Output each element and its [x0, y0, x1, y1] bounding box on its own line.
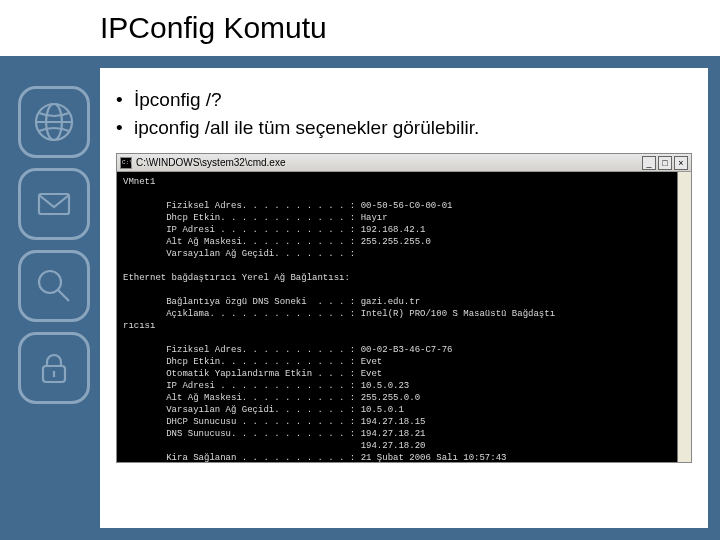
lock-icon — [18, 332, 90, 404]
cmd-output: VMnet1 Fiziksel Adres. . . . . . . . . .… — [117, 172, 691, 462]
bullet-dot-icon: • — [116, 114, 134, 142]
minimize-button[interactable]: _ — [642, 156, 656, 170]
bullet-text: İpconfig /? — [134, 86, 222, 114]
cmd-text: VMnet1 Fiziksel Adres. . . . . . . . . .… — [123, 177, 555, 462]
scrollbar[interactable] — [677, 172, 691, 462]
content-panel: • İpconfig /? • ipconfig /all ile tüm se… — [100, 68, 708, 528]
slide-title: IPConfig Komutu — [100, 11, 327, 45]
maximize-button[interactable]: □ — [658, 156, 672, 170]
bullet-dot-icon: • — [116, 86, 134, 114]
cmd-window: C:\WINDOWS\system32\cmd.exe _ □ × VMnet1… — [116, 153, 692, 463]
bullet-list: • İpconfig /? • ipconfig /all ile tüm se… — [116, 86, 692, 141]
svg-rect-3 — [39, 194, 69, 214]
main-area: • İpconfig /? • ipconfig /all ile tüm se… — [0, 56, 720, 540]
globe-icon — [18, 86, 90, 158]
mail-icon — [18, 168, 90, 240]
cmd-app-icon — [120, 157, 132, 169]
bullet-item: • ipconfig /all ile tüm seçenekler görül… — [116, 114, 692, 142]
cmd-titlebar: C:\WINDOWS\system32\cmd.exe _ □ × — [117, 154, 691, 172]
sidebar — [18, 86, 90, 404]
cmd-caption: C:\WINDOWS\system32\cmd.exe — [136, 157, 640, 168]
bullet-item: • İpconfig /? — [116, 86, 692, 114]
svg-point-4 — [39, 271, 61, 293]
slide-title-bar: IPConfig Komutu — [0, 0, 720, 56]
svg-line-5 — [58, 290, 69, 301]
search-icon — [18, 250, 90, 322]
bullet-text: ipconfig /all ile tüm seçenekler görüleb… — [134, 114, 479, 142]
close-button[interactable]: × — [674, 156, 688, 170]
